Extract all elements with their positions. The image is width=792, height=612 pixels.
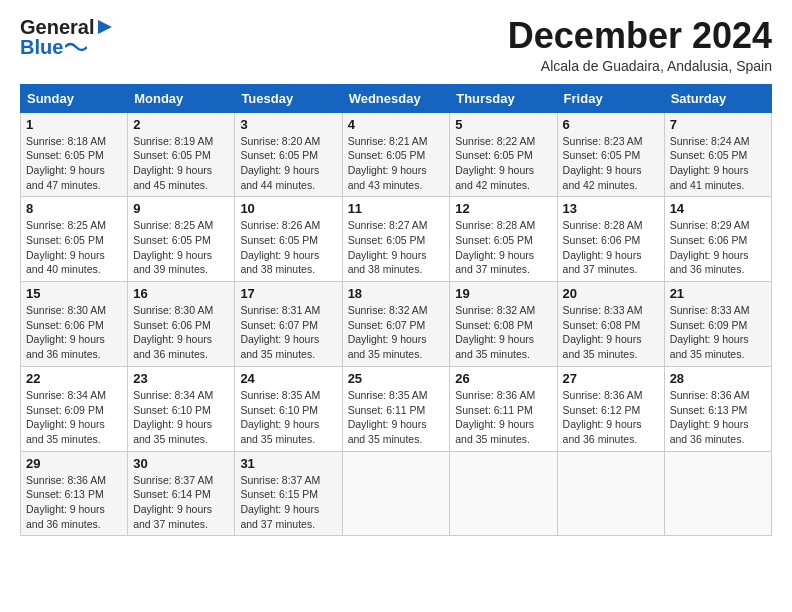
day-number: 2 bbox=[133, 117, 229, 132]
day-info: Sunrise: 8:21 AMSunset: 6:05 PMDaylight:… bbox=[348, 134, 445, 193]
calendar-week-row: 29Sunrise: 8:36 AMSunset: 6:13 PMDayligh… bbox=[21, 451, 772, 536]
calendar-cell bbox=[450, 451, 557, 536]
calendar-cell: 29Sunrise: 8:36 AMSunset: 6:13 PMDayligh… bbox=[21, 451, 128, 536]
calendar-cell: 9Sunrise: 8:25 AMSunset: 6:05 PMDaylight… bbox=[128, 197, 235, 282]
calendar-week-row: 8Sunrise: 8:25 AMSunset: 6:05 PMDaylight… bbox=[21, 197, 772, 282]
calendar-cell: 16Sunrise: 8:30 AMSunset: 6:06 PMDayligh… bbox=[128, 282, 235, 367]
day-info: Sunrise: 8:31 AMSunset: 6:07 PMDaylight:… bbox=[240, 303, 336, 362]
logo-arrow-icon bbox=[96, 18, 114, 36]
month-title: December 2024 bbox=[508, 16, 772, 56]
day-info: Sunrise: 8:33 AMSunset: 6:09 PMDaylight:… bbox=[670, 303, 766, 362]
day-number: 26 bbox=[455, 371, 551, 386]
day-number: 11 bbox=[348, 201, 445, 216]
day-number: 8 bbox=[26, 201, 122, 216]
day-number: 9 bbox=[133, 201, 229, 216]
header-day-thursday: Thursday bbox=[450, 84, 557, 112]
calendar-cell: 30Sunrise: 8:37 AMSunset: 6:14 PMDayligh… bbox=[128, 451, 235, 536]
day-number: 13 bbox=[563, 201, 659, 216]
day-number: 15 bbox=[26, 286, 122, 301]
calendar-week-row: 15Sunrise: 8:30 AMSunset: 6:06 PMDayligh… bbox=[21, 282, 772, 367]
page-header: General Blue December 2024 Alcala de Gua… bbox=[20, 16, 772, 74]
day-info: Sunrise: 8:36 AMSunset: 6:13 PMDaylight:… bbox=[670, 388, 766, 447]
day-number: 25 bbox=[348, 371, 445, 386]
day-info: Sunrise: 8:27 AMSunset: 6:05 PMDaylight:… bbox=[348, 218, 445, 277]
calendar-week-row: 22Sunrise: 8:34 AMSunset: 6:09 PMDayligh… bbox=[21, 366, 772, 451]
day-number: 24 bbox=[240, 371, 336, 386]
day-number: 19 bbox=[455, 286, 551, 301]
day-info: Sunrise: 8:26 AMSunset: 6:05 PMDaylight:… bbox=[240, 218, 336, 277]
day-info: Sunrise: 8:25 AMSunset: 6:05 PMDaylight:… bbox=[133, 218, 229, 277]
calendar-header-row: SundayMondayTuesdayWednesdayThursdayFrid… bbox=[21, 84, 772, 112]
day-number: 31 bbox=[240, 456, 336, 471]
day-number: 14 bbox=[670, 201, 766, 216]
day-number: 1 bbox=[26, 117, 122, 132]
day-number: 18 bbox=[348, 286, 445, 301]
day-info: Sunrise: 8:24 AMSunset: 6:05 PMDaylight:… bbox=[670, 134, 766, 193]
day-info: Sunrise: 8:35 AMSunset: 6:11 PMDaylight:… bbox=[348, 388, 445, 447]
calendar-week-row: 1Sunrise: 8:18 AMSunset: 6:05 PMDaylight… bbox=[21, 112, 772, 197]
day-info: Sunrise: 8:30 AMSunset: 6:06 PMDaylight:… bbox=[133, 303, 229, 362]
header-day-monday: Monday bbox=[128, 84, 235, 112]
day-number: 21 bbox=[670, 286, 766, 301]
day-info: Sunrise: 8:18 AMSunset: 6:05 PMDaylight:… bbox=[26, 134, 122, 193]
day-number: 7 bbox=[670, 117, 766, 132]
day-info: Sunrise: 8:34 AMSunset: 6:10 PMDaylight:… bbox=[133, 388, 229, 447]
day-info: Sunrise: 8:30 AMSunset: 6:06 PMDaylight:… bbox=[26, 303, 122, 362]
day-number: 12 bbox=[455, 201, 551, 216]
day-number: 3 bbox=[240, 117, 336, 132]
calendar-cell bbox=[342, 451, 450, 536]
logo: General Blue bbox=[20, 16, 114, 58]
calendar-cell: 11Sunrise: 8:27 AMSunset: 6:05 PMDayligh… bbox=[342, 197, 450, 282]
day-number: 28 bbox=[670, 371, 766, 386]
day-info: Sunrise: 8:37 AMSunset: 6:14 PMDaylight:… bbox=[133, 473, 229, 532]
header-day-tuesday: Tuesday bbox=[235, 84, 342, 112]
calendar-cell: 17Sunrise: 8:31 AMSunset: 6:07 PMDayligh… bbox=[235, 282, 342, 367]
header-day-saturday: Saturday bbox=[664, 84, 771, 112]
calendar-cell: 15Sunrise: 8:30 AMSunset: 6:06 PMDayligh… bbox=[21, 282, 128, 367]
svg-marker-0 bbox=[98, 20, 112, 34]
calendar-cell: 26Sunrise: 8:36 AMSunset: 6:11 PMDayligh… bbox=[450, 366, 557, 451]
day-number: 17 bbox=[240, 286, 336, 301]
title-area: December 2024 Alcala de Guadaira, Andalu… bbox=[508, 16, 772, 74]
calendar-cell: 25Sunrise: 8:35 AMSunset: 6:11 PMDayligh… bbox=[342, 366, 450, 451]
day-info: Sunrise: 8:32 AMSunset: 6:07 PMDaylight:… bbox=[348, 303, 445, 362]
calendar-table: SundayMondayTuesdayWednesdayThursdayFrid… bbox=[20, 84, 772, 537]
day-info: Sunrise: 8:23 AMSunset: 6:05 PMDaylight:… bbox=[563, 134, 659, 193]
calendar-cell: 10Sunrise: 8:26 AMSunset: 6:05 PMDayligh… bbox=[235, 197, 342, 282]
header-day-friday: Friday bbox=[557, 84, 664, 112]
day-info: Sunrise: 8:20 AMSunset: 6:05 PMDaylight:… bbox=[240, 134, 336, 193]
calendar-cell: 14Sunrise: 8:29 AMSunset: 6:06 PMDayligh… bbox=[664, 197, 771, 282]
day-number: 30 bbox=[133, 456, 229, 471]
header-day-sunday: Sunday bbox=[21, 84, 128, 112]
calendar-cell: 28Sunrise: 8:36 AMSunset: 6:13 PMDayligh… bbox=[664, 366, 771, 451]
day-info: Sunrise: 8:19 AMSunset: 6:05 PMDaylight:… bbox=[133, 134, 229, 193]
day-info: Sunrise: 8:34 AMSunset: 6:09 PMDaylight:… bbox=[26, 388, 122, 447]
day-info: Sunrise: 8:36 AMSunset: 6:12 PMDaylight:… bbox=[563, 388, 659, 447]
day-number: 29 bbox=[26, 456, 122, 471]
day-number: 23 bbox=[133, 371, 229, 386]
day-number: 10 bbox=[240, 201, 336, 216]
location-subtitle: Alcala de Guadaira, Andalusia, Spain bbox=[508, 58, 772, 74]
calendar-cell: 21Sunrise: 8:33 AMSunset: 6:09 PMDayligh… bbox=[664, 282, 771, 367]
calendar-cell: 7Sunrise: 8:24 AMSunset: 6:05 PMDaylight… bbox=[664, 112, 771, 197]
calendar-cell: 22Sunrise: 8:34 AMSunset: 6:09 PMDayligh… bbox=[21, 366, 128, 451]
day-info: Sunrise: 8:25 AMSunset: 6:05 PMDaylight:… bbox=[26, 218, 122, 277]
calendar-cell: 13Sunrise: 8:28 AMSunset: 6:06 PMDayligh… bbox=[557, 197, 664, 282]
day-number: 16 bbox=[133, 286, 229, 301]
calendar-cell: 20Sunrise: 8:33 AMSunset: 6:08 PMDayligh… bbox=[557, 282, 664, 367]
day-info: Sunrise: 8:28 AMSunset: 6:06 PMDaylight:… bbox=[563, 218, 659, 277]
calendar-cell: 31Sunrise: 8:37 AMSunset: 6:15 PMDayligh… bbox=[235, 451, 342, 536]
day-info: Sunrise: 8:29 AMSunset: 6:06 PMDaylight:… bbox=[670, 218, 766, 277]
day-number: 27 bbox=[563, 371, 659, 386]
day-number: 5 bbox=[455, 117, 551, 132]
calendar-cell: 27Sunrise: 8:36 AMSunset: 6:12 PMDayligh… bbox=[557, 366, 664, 451]
logo-wave-icon bbox=[65, 41, 87, 53]
calendar-cell: 24Sunrise: 8:35 AMSunset: 6:10 PMDayligh… bbox=[235, 366, 342, 451]
calendar-cell: 19Sunrise: 8:32 AMSunset: 6:08 PMDayligh… bbox=[450, 282, 557, 367]
calendar-cell: 5Sunrise: 8:22 AMSunset: 6:05 PMDaylight… bbox=[450, 112, 557, 197]
header-day-wednesday: Wednesday bbox=[342, 84, 450, 112]
day-number: 4 bbox=[348, 117, 445, 132]
day-number: 6 bbox=[563, 117, 659, 132]
calendar-cell: 12Sunrise: 8:28 AMSunset: 6:05 PMDayligh… bbox=[450, 197, 557, 282]
calendar-cell: 8Sunrise: 8:25 AMSunset: 6:05 PMDaylight… bbox=[21, 197, 128, 282]
